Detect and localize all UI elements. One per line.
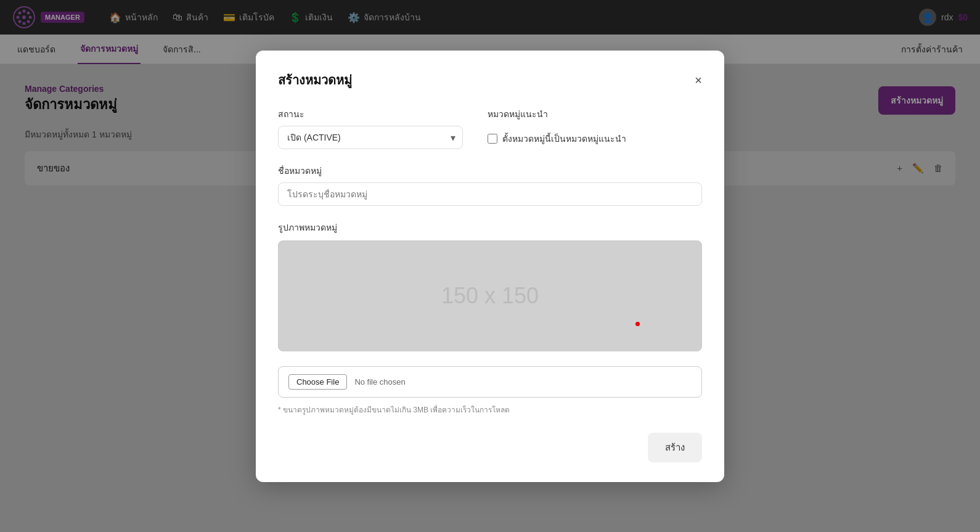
status-select-wrapper: เปิด (ACTIVE) ปิด (INACTIVE) ▾	[278, 126, 463, 149]
file-hint: * ขนาดรูปภาพหมวดหมู่ต้องมีขนาดไม่เกิน 3M…	[278, 404, 702, 415]
file-input-wrapper: Choose File No file chosen	[278, 366, 702, 398]
featured-group: หมวดหมู่แนะนำ ตั้งหมวดหมู่นี้เป็นหมวดหมู…	[488, 107, 702, 149]
modal-submit-button[interactable]: สร้าง	[648, 433, 702, 462]
featured-label: หมวดหมู่แนะนำ	[488, 107, 702, 121]
status-group: สถานะ เปิด (ACTIVE) ปิด (INACTIVE) ▾	[278, 107, 463, 149]
category-name-label: ชื่อหมวดหมู่	[278, 164, 702, 178]
modal-header: สร้างหมวดหมู่ ×	[278, 70, 702, 90]
featured-checkbox[interactable]	[488, 134, 497, 144]
category-name-input[interactable]	[278, 182, 702, 206]
status-select[interactable]: เปิด (ACTIVE) ปิด (INACTIVE)	[278, 126, 463, 149]
image-label: รูปภาพหมวดหมู่	[278, 221, 702, 234]
modal-footer: สร้าง	[278, 433, 702, 462]
create-category-modal: สร้างหมวดหมู่ × สถานะ เปิด (ACTIVE) ปิด …	[256, 51, 724, 482]
category-name-group: ชื่อหมวดหมู่	[278, 164, 702, 206]
status-featured-row: สถานะ เปิด (ACTIVE) ปิด (INACTIVE) ▾ หมว…	[278, 107, 702, 149]
modal-title: สร้างหมวดหมู่	[278, 70, 352, 90]
image-placeholder: 150 x 150	[278, 240, 702, 351]
status-label: สถานะ	[278, 107, 463, 121]
image-size-text: 150 x 150	[441, 283, 539, 309]
featured-checkbox-row: ตั้งหมวดหมู่นี้เป็นหมวดหมู่แนะนำ	[488, 132, 702, 145]
red-dot-indicator	[635, 322, 640, 326]
featured-checkbox-label: ตั้งหมวดหมู่นี้เป็นหมวดหมู่แนะนำ	[502, 132, 626, 145]
no-file-text: No file chosen	[354, 377, 405, 387]
modal-overlay: สร้างหมวดหมู่ × สถานะ เปิด (ACTIVE) ปิด …	[0, 0, 980, 532]
modal-close-button[interactable]: ×	[695, 74, 702, 86]
choose-file-button[interactable]: Choose File	[288, 374, 347, 390]
